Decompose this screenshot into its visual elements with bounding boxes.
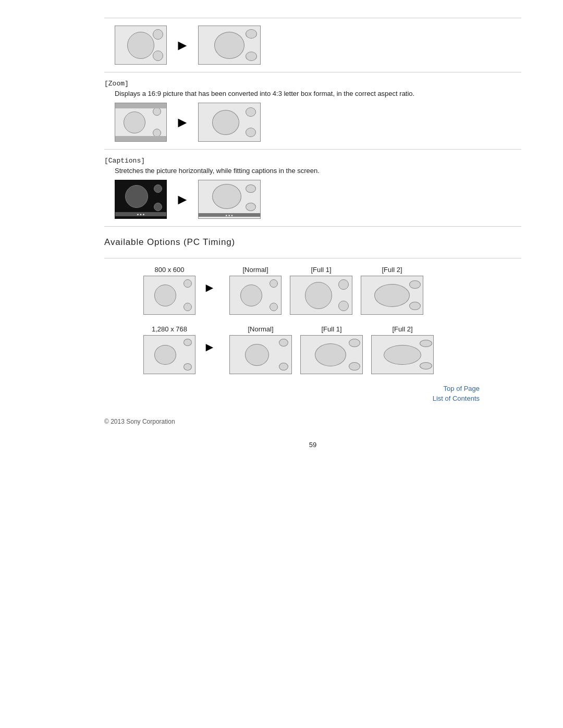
captions-label: [Captions] [104, 157, 521, 165]
pc-option-full2-2: [Full 2] [371, 325, 434, 374]
page-number: 59 [104, 441, 521, 449]
zoom-after-box [198, 103, 261, 142]
zoom-divider [104, 72, 521, 72]
pc-arrow-1: ► [203, 281, 216, 294]
pc-full2-box-2 [371, 335, 434, 374]
pc-res-label-1: 800 x 600 [154, 266, 184, 274]
captions-description: Stretches the picture horizontally, whil… [115, 167, 521, 175]
pc-full1-box-2 [300, 335, 363, 374]
captions-arrow-icon: ► [175, 192, 190, 207]
list-of-contents-link[interactable]: List of Contents [433, 394, 480, 402]
pc-timing-title: Available Options (PC Timing) [104, 237, 521, 251]
pc-opt-label-normal-2: [Normal] [248, 325, 273, 333]
pc-options-row-1: [Normal] [Full 1] [229, 266, 423, 315]
pc-normal-box-2 [229, 335, 292, 374]
pc-res-label-2: 1,280 x 768 [152, 325, 187, 333]
captions-before-box: ■ ■ ■ [115, 180, 167, 219]
zoom-before-box [115, 103, 167, 142]
pc-opt-label-full1-2: [Full 1] [321, 325, 341, 333]
top-diagram-row: ► [115, 26, 521, 65]
page-content: ► [Zoom] Displays a 16:9 picture that ha… [0, 0, 563, 490]
copyright-text: © 2013 Sony Corporation [104, 418, 175, 425]
pc-timing-section: Available Options (PC Timing) 800 x 600 [104, 237, 521, 402]
pc-opt-label-full2-2: [Full 2] [392, 325, 412, 333]
footer-links: Top of Page List of Contents [104, 385, 521, 402]
pc-source-box-1 [143, 276, 195, 315]
top-after-box [198, 26, 261, 65]
captions-diagram-row: ■ ■ ■ ► ■ ■ ■ [115, 180, 521, 219]
zoom-description: Displays a 16:9 picture that has been co… [115, 90, 521, 97]
pc-option-full1-1: [Full 1] [290, 266, 352, 315]
pc-row-1: 800 x 600 ► [N [136, 266, 521, 315]
zoom-label: [Zoom] [104, 80, 521, 88]
pc-arrow-col-2: ► [203, 325, 229, 353]
top-arrow-icon: ► [175, 38, 190, 53]
pc-row-2: 1,280 x 768 ► [Normal] [136, 325, 521, 374]
captions-after-box: ■ ■ ■ [198, 180, 261, 219]
top-before-box [115, 26, 167, 65]
top-of-page-link[interactable]: Top of Page [444, 385, 480, 392]
pc-option-full1-2: [Full 1] [300, 325, 363, 374]
pc-grid: 800 x 600 ► [N [136, 266, 521, 374]
pc-opt-label-full2-1: [Full 2] [382, 266, 402, 274]
pc-arrow-2: ► [203, 341, 216, 353]
zoom-diagram-row: ► [115, 103, 521, 142]
pc-arrow-col-1: ► [203, 266, 229, 294]
pc-timing-under-divider [104, 258, 521, 258]
top-divider [104, 18, 521, 18]
pc-option-full2-1: [Full 2] [361, 266, 423, 315]
pc-options-row-2: [Normal] [Full 1] [229, 325, 434, 374]
pc-option-normal-2: [Normal] [229, 325, 292, 374]
pc-full2-box-1 [361, 276, 423, 315]
pc-timing-divider [104, 226, 521, 227]
pc-source-col-2: 1,280 x 768 [136, 325, 203, 374]
pc-opt-label-normal-1: [Normal] [242, 266, 268, 274]
pc-source-col-1: 800 x 600 [136, 266, 203, 315]
pc-opt-label-full1-1: [Full 1] [311, 266, 331, 274]
zoom-arrow-icon: ► [175, 115, 190, 130]
captions-divider [104, 149, 521, 150]
pc-option-normal-1: [Normal] [229, 266, 282, 315]
pc-full1-box-1 [290, 276, 352, 315]
pc-source-box-2 [143, 335, 195, 374]
pc-normal-box-1 [229, 276, 282, 315]
